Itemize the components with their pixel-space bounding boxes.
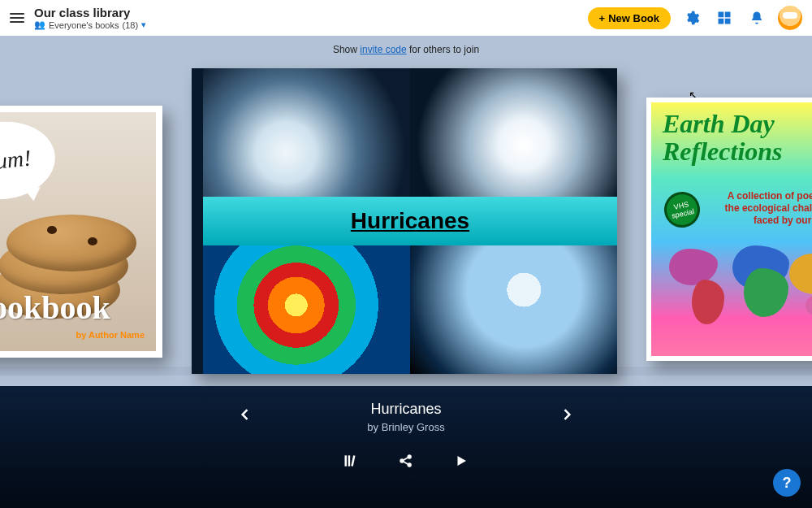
share-button[interactable] xyxy=(395,449,417,472)
book-earth-day[interactable]: Earth Day Reflections VHS special A coll… xyxy=(646,98,812,361)
book-hurricanes[interactable]: Hurricanes xyxy=(192,68,617,374)
new-book-label: New Book xyxy=(608,12,659,24)
notifications-button[interactable] xyxy=(745,7,768,29)
library-icon xyxy=(343,453,359,469)
chevron-down-icon: ▾ xyxy=(141,20,146,30)
invite-bar: Show invite code for others to join xyxy=(0,36,812,55)
help-button[interactable]: ? xyxy=(773,469,801,497)
play-button[interactable] xyxy=(450,449,473,472)
svg-line-10 xyxy=(404,458,408,460)
svg-point-7 xyxy=(400,459,404,462)
svg-rect-1 xyxy=(725,12,731,18)
next-book-button[interactable] xyxy=(559,406,575,428)
invite-suffix: for others to join xyxy=(407,44,479,55)
svg-rect-2 xyxy=(719,19,724,24)
app-header: Our class library 👥 Everyone's books (18… xyxy=(0,0,812,36)
settings-button[interactable] xyxy=(680,7,703,29)
hurricane-title-band: Hurricanes xyxy=(203,197,617,245)
library-title: Our class library xyxy=(34,6,146,20)
plus-icon: + xyxy=(599,12,606,24)
selected-book-title: Hurricanes xyxy=(367,401,444,418)
svg-marker-12 xyxy=(458,456,467,466)
svg-line-11 xyxy=(404,462,408,464)
svg-rect-5 xyxy=(348,455,351,466)
shelf-area: Show invite code for others to join ↖ m … xyxy=(0,36,812,508)
selected-book-meta: Hurricanes by Brinley Gross xyxy=(367,401,444,433)
book-cookbook[interactable]: m um! Cookbook by Author Name xyxy=(0,106,162,358)
new-book-button[interactable]: + New Book xyxy=(588,7,671,29)
svg-rect-0 xyxy=(719,12,724,18)
earth-day-subtitle: A collection of poems on the ecological … xyxy=(721,190,812,227)
svg-rect-3 xyxy=(725,19,731,24)
bottom-bar: Hurricanes by Brinley Gross xyxy=(0,386,812,508)
previous-book-button[interactable] xyxy=(237,406,253,428)
gear-icon xyxy=(684,10,700,26)
play-icon xyxy=(454,454,469,468)
world-map-art xyxy=(663,241,812,330)
grid-view-button[interactable] xyxy=(713,7,736,29)
cookbook-author: by Author Name xyxy=(76,330,145,340)
invite-code-link[interactable]: invite code xyxy=(360,44,406,55)
library-action-button[interactable] xyxy=(339,449,362,472)
library-title-block: Our class library 👥 Everyone's books (18… xyxy=(34,6,146,30)
user-avatar[interactable] xyxy=(778,6,802,30)
invite-show-text: Show xyxy=(333,44,360,55)
svg-rect-6 xyxy=(351,455,355,467)
bell-icon xyxy=(749,11,764,25)
library-subtitle[interactable]: 👥 Everyone's books (18) ▾ xyxy=(34,20,146,30)
earth-day-title: Earth Day Reflections xyxy=(663,111,812,165)
group-icon: 👥 xyxy=(34,20,45,30)
svg-rect-4 xyxy=(345,455,348,466)
book-shelf: m um! Cookbook by Author Name Hurricanes xyxy=(0,63,812,380)
svg-point-8 xyxy=(408,455,411,458)
chevron-right-icon xyxy=(559,406,575,423)
cookbook-title: Cookbook xyxy=(0,289,110,327)
hurricane-title: Hurricanes xyxy=(351,208,469,234)
subtitle-prefix: Everyone's books xyxy=(49,20,119,30)
share-icon xyxy=(398,453,414,469)
menu-icon[interactable] xyxy=(10,13,24,23)
chevron-left-icon xyxy=(237,406,253,423)
svg-point-9 xyxy=(408,463,411,467)
help-icon: ? xyxy=(783,475,792,492)
vhs-badge: VHS special xyxy=(661,189,703,231)
selected-book-author: by Brinley Gross xyxy=(367,421,444,433)
grid-icon xyxy=(717,11,732,25)
book-count: (18) xyxy=(122,20,138,30)
